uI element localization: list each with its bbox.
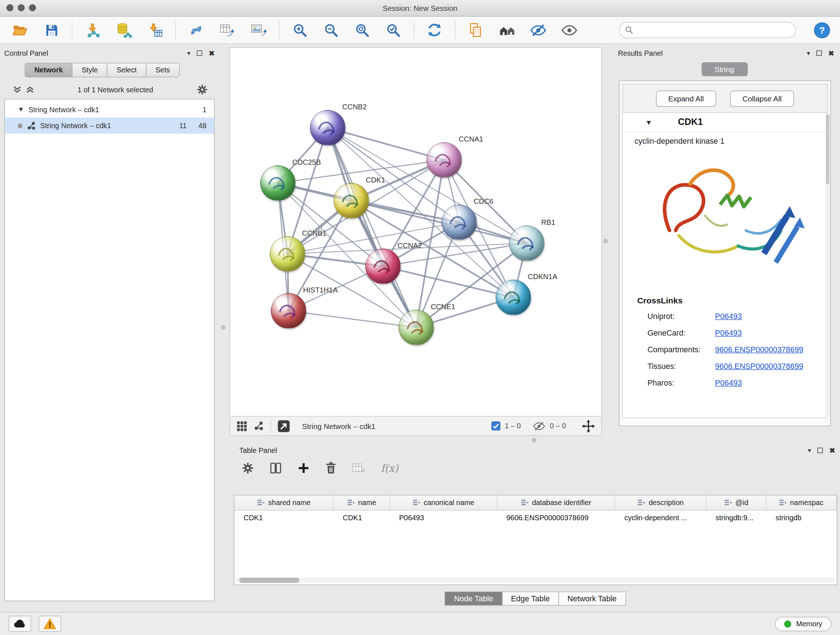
network-node-ccna2[interactable] — [365, 249, 401, 284]
column-header-database-identifier[interactable]: database identifier — [497, 496, 615, 510]
collapse-all-button[interactable]: Collapse All — [730, 91, 794, 107]
tab-network-table[interactable]: Network Table — [558, 592, 625, 606]
memory-button[interactable]: Memory — [775, 616, 831, 631]
birdseye-grid-icon[interactable] — [237, 421, 248, 432]
zoom-out-button[interactable] — [319, 18, 343, 42]
entry-header[interactable]: ▼ CDK1 — [622, 112, 827, 133]
import-table-button[interactable] — [143, 18, 167, 42]
network-row-selected[interactable]: String Network – cdk1 11 48 — [5, 118, 214, 134]
network-node-ccnb1[interactable] — [270, 236, 305, 272]
network-collection-row[interactable]: ▼ String Network – cdk1 1 — [5, 101, 214, 117]
search-input[interactable] — [638, 25, 790, 35]
hidden-eye-slash-icon[interactable] — [532, 421, 546, 432]
cloud-icon — [13, 619, 27, 629]
network-node-cdc6[interactable] — [441, 204, 477, 240]
network-node-hist1h1a[interactable] — [271, 293, 306, 329]
save-session-button[interactable] — [40, 18, 63, 42]
tab-select[interactable]: Select — [107, 63, 146, 77]
selected-checkbox-icon[interactable] — [491, 421, 500, 431]
panel-float-button[interactable] — [197, 50, 202, 56]
column-header-canonical-name[interactable]: canonical name — [390, 496, 497, 510]
minimize-window-button[interactable] — [18, 4, 25, 11]
network-node-rb1[interactable] — [509, 226, 545, 261]
column-header-name[interactable]: name — [333, 496, 390, 510]
column-header-description[interactable]: description — [615, 496, 706, 510]
tab-sets[interactable]: Sets — [146, 63, 180, 77]
network-node-cdk1[interactable] — [333, 183, 369, 219]
expand-all-button[interactable]: Expand All — [656, 91, 716, 107]
network-share-icon[interactable] — [254, 421, 264, 431]
tab-style[interactable]: Style — [72, 63, 107, 77]
hide-selected-button[interactable] — [526, 18, 550, 42]
collapse-all-icon[interactable] — [13, 86, 22, 93]
scrollbar-thumb[interactable] — [826, 114, 829, 184]
crosslink-value-link[interactable]: 9606.ENSP00000378699 — [715, 345, 804, 354]
crosslink-value-link[interactable]: P06493 — [715, 328, 742, 337]
crosslink-value-link[interactable]: P06493 — [715, 378, 742, 387]
toolbar-separator — [270, 420, 271, 432]
network-node-cdkn1a[interactable] — [496, 280, 531, 315]
expand-all-icon[interactable] — [26, 86, 34, 93]
table-row[interactable]: CDK1CDK1P064939606.ENSP00000378699cyclin… — [234, 510, 837, 524]
home-view-button[interactable] — [495, 18, 519, 42]
network-node-ccnb2[interactable] — [310, 110, 346, 146]
right-splitter-handle[interactable] — [603, 239, 608, 243]
tab-node-table[interactable]: Node Table — [445, 592, 502, 606]
zoom-in-button[interactable] — [288, 18, 311, 42]
tab-edge-table[interactable]: Edge Table — [502, 592, 559, 606]
network-canvas[interactable]: CCNB2CCNA1CDC25BCDK1CDC6RB1CCNB1CCNA2CDK… — [230, 48, 601, 416]
refresh-layout-button[interactable] — [423, 18, 446, 42]
help-button[interactable]: ? — [812, 20, 831, 40]
maximize-window-button[interactable] — [29, 4, 36, 11]
gear-icon[interactable] — [196, 84, 208, 96]
cloud-button[interactable] — [9, 616, 31, 632]
column-header-shared-name[interactable]: shared name — [234, 496, 333, 510]
import-network-file-button[interactable] — [81, 18, 104, 42]
network-from-table-button[interactable] — [216, 18, 239, 42]
node-label-ccna1: CCNA1 — [459, 135, 483, 143]
left-splitter-handle[interactable] — [221, 325, 225, 330]
add-column-plus-icon[interactable] — [297, 462, 310, 475]
horizontal-splitter-handle[interactable] — [532, 438, 537, 442]
copy-document-button[interactable] — [464, 18, 488, 42]
zoom-selected-button[interactable] — [381, 18, 405, 42]
zoom-fit-button[interactable] — [350, 18, 374, 42]
panel-close-button[interactable]: ✖ — [829, 447, 835, 454]
panel-float-button[interactable] — [816, 50, 822, 56]
network-node-cdc25b[interactable] — [260, 165, 295, 201]
panel-float-button[interactable] — [818, 448, 823, 453]
status-bar: Memory — [0, 612, 840, 635]
open-session-button[interactable] — [9, 18, 32, 42]
export-image-button[interactable] — [247, 18, 270, 42]
tab-string[interactable]: String — [701, 62, 748, 76]
collapse-entry-icon[interactable]: ▼ — [645, 119, 652, 126]
tree-expander-icon[interactable]: ▼ — [18, 106, 24, 113]
show-all-button[interactable] — [557, 18, 581, 42]
pan-crosshair-icon[interactable] — [582, 420, 595, 432]
import-network-database-button[interactable] — [112, 18, 136, 42]
warnings-button[interactable] — [39, 616, 61, 632]
close-window-button[interactable] — [6, 4, 13, 11]
results-scrollbar[interactable] — [826, 113, 830, 417]
network-node-ccne1[interactable] — [399, 310, 434, 345]
network-node-ccna1[interactable] — [426, 142, 462, 178]
panel-close-button[interactable]: ✖ — [829, 49, 834, 57]
scrollbar-thumb[interactable] — [239, 578, 299, 583]
function-builder-fx[interactable]: f(x) — [381, 462, 398, 474]
export-network-icon[interactable] — [278, 420, 291, 432]
panel-menu-icon[interactable]: ▾ — [187, 49, 191, 57]
new-network-button[interactable] — [185, 18, 208, 42]
panel-menu-icon[interactable]: ▾ — [808, 447, 811, 454]
table-settings-gear-icon[interactable] — [241, 462, 254, 475]
delete-column-trash-icon[interactable] — [325, 462, 337, 475]
column-header--id[interactable]: @id — [706, 496, 767, 510]
tab-network[interactable]: Network — [25, 63, 73, 77]
import-table-icon — [147, 22, 163, 38]
column-header-namespac[interactable]: namespac — [767, 496, 836, 510]
crosslink-value-link[interactable]: 9606.ENSP00000378699 — [715, 362, 804, 371]
crosslink-value-link[interactable]: P06493 — [715, 312, 742, 320]
table-horizontal-scrollbar[interactable] — [236, 578, 835, 583]
panel-menu-icon[interactable]: ▾ — [807, 49, 810, 57]
show-columns-icon[interactable] — [269, 462, 282, 475]
panel-close-button[interactable]: ✖ — [209, 49, 215, 57]
